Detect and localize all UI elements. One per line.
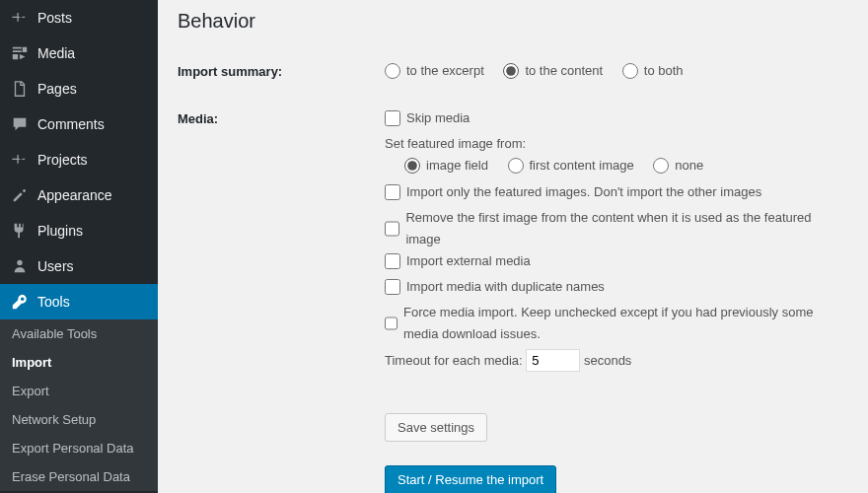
checkbox-import-only-featured[interactable]: Import only the featured images. Don't i…	[385, 181, 761, 203]
save-settings-button[interactable]: Save settings	[385, 413, 487, 442]
media-options: Skip media Set featured image from: imag…	[385, 107, 848, 372]
checkbox-import-external[interactable]: Import external media	[385, 250, 531, 272]
radio-to-both[interactable]: to both	[622, 60, 684, 82]
pin-icon	[10, 8, 30, 28]
sidebar-item-label: Pages	[37, 81, 77, 97]
timeout-input[interactable]	[526, 349, 580, 372]
sidebar-item-projects[interactable]: Projects	[0, 142, 158, 177]
sidebar-item-label: Users	[37, 258, 74, 274]
submenu-export-personal-data[interactable]: Export Personal Data	[0, 434, 158, 462]
submenu-available-tools[interactable]: Available Tools	[0, 319, 158, 348]
plugin-icon	[10, 221, 30, 241]
sidebar-item-label: Media	[37, 45, 75, 61]
timeout-row: Timeout for each media: seconds	[385, 349, 848, 372]
checkbox-force-import[interactable]: Force media import. Keep unchecked excep…	[385, 302, 832, 345]
sidebar-item-pages[interactable]: Pages	[0, 71, 158, 106]
radio-input[interactable]	[622, 63, 638, 79]
checkbox-input[interactable]	[385, 279, 400, 295]
radio-first-content-image[interactable]: first content image	[508, 155, 634, 176]
row-import-summary: Import summary: to the excerpt to the co…	[178, 60, 848, 86]
tool-icon	[10, 292, 30, 312]
radio-none[interactable]: none	[653, 155, 703, 176]
radio-input[interactable]	[653, 158, 669, 174]
sidebar-item-label: Tools	[37, 294, 70, 310]
radio-to-content[interactable]: to the content	[503, 60, 603, 82]
sidebar-item-label: Appearance	[37, 187, 112, 203]
radio-input[interactable]	[503, 63, 519, 79]
checkbox-remove-first-image[interactable]: Remove the first image from the content …	[385, 207, 832, 250]
import-summary-options: to the excerpt to the content to both	[385, 60, 848, 86]
row-media: Media: Skip media Set featured image fro…	[178, 107, 848, 372]
sidebar-item-label: Projects	[37, 152, 88, 168]
radio-to-excerpt[interactable]: to the excerpt	[385, 60, 484, 82]
checkbox-import-duplicate[interactable]: Import media with duplicate names	[385, 276, 605, 298]
media-icon	[10, 43, 30, 63]
checkbox-input[interactable]	[385, 253, 400, 269]
radio-input[interactable]	[508, 158, 524, 174]
submenu-network-setup[interactable]: Network Setup	[0, 405, 158, 434]
sidebar-item-label: Plugins	[37, 223, 83, 239]
tools-submenu: Available Tools Import Export Network Se…	[0, 319, 158, 491]
svg-point-0	[17, 260, 22, 265]
radio-input[interactable]	[404, 158, 420, 174]
main-content: Behavior Import summary: to the excerpt …	[158, 0, 868, 493]
featured-image-label: Set featured image from:	[385, 133, 848, 155]
radio-image-field[interactable]: image field	[404, 155, 488, 176]
row-buttons: Save settings Start / Resume the import	[178, 393, 848, 493]
page-icon	[10, 79, 30, 99]
label-media: Media:	[178, 107, 385, 126]
radio-input[interactable]	[385, 63, 400, 79]
checkbox-input[interactable]	[385, 110, 400, 126]
comment-icon	[10, 114, 30, 134]
sidebar-item-label: Comments	[37, 116, 105, 132]
sidebar-item-appearance[interactable]: Appearance	[0, 177, 158, 213]
timeout-unit: seconds	[584, 353, 631, 368]
appearance-icon	[10, 185, 30, 205]
sidebar-item-plugins[interactable]: Plugins	[0, 213, 158, 248]
checkbox-input[interactable]	[385, 316, 398, 331]
checkbox-input[interactable]	[385, 221, 399, 237]
label-import-summary: Import summary:	[178, 60, 385, 79]
checkbox-skip-media[interactable]: Skip media	[385, 107, 470, 129]
admin-sidebar: Posts Media Pages Comments Projects Appe…	[0, 0, 158, 493]
sidebar-item-users[interactable]: Users	[0, 248, 158, 284]
sidebar-item-posts[interactable]: Posts	[0, 0, 158, 35]
start-import-button[interactable]: Start / Resume the import	[385, 465, 556, 493]
sidebar-item-media[interactable]: Media	[0, 35, 158, 71]
pin-icon	[10, 150, 30, 170]
submenu-erase-personal-data[interactable]: Erase Personal Data	[0, 462, 158, 491]
submenu-export[interactable]: Export	[0, 377, 158, 405]
checkbox-input[interactable]	[385, 184, 400, 200]
user-icon	[10, 256, 30, 276]
sidebar-item-tools[interactable]: Tools	[0, 284, 158, 319]
timeout-label: Timeout for each media:	[385, 353, 523, 368]
sidebar-item-comments[interactable]: Comments	[0, 106, 158, 142]
featured-image-options: image field first content image none	[385, 155, 848, 180]
sidebar-item-label: Posts	[37, 10, 72, 26]
section-title: Behavior	[178, 10, 848, 33]
submenu-import[interactable]: Import	[0, 348, 158, 377]
